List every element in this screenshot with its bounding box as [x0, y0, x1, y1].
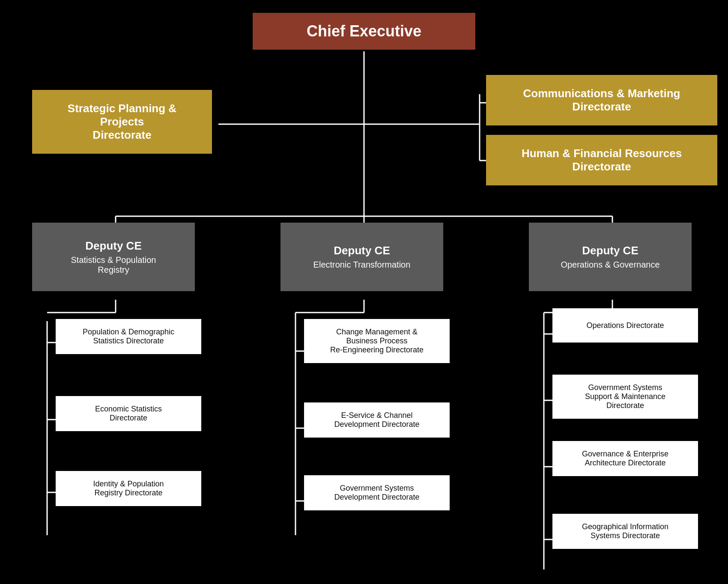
dir-change-mgmt-label: Change Management & Business Process Re-… [304, 319, 450, 363]
dir-geo-label: Geographical Information Systems Directo… [552, 514, 698, 549]
dir-gov-sys: Government Systems Support & Maintenance… [552, 375, 698, 419]
deputy-stats-subtitle: Statistics & Population Registry [71, 255, 156, 275]
deputy-og-subtitle: Operations & Governance [561, 260, 659, 270]
deputy-et-subtitle: Electronic Transformation [313, 260, 411, 270]
deputy-og-title: Deputy CE [582, 244, 638, 257]
dir-change-mgmt: Change Management & Business Process Re-… [304, 319, 450, 363]
strategic-label: Strategic Planning & Projects Directorat… [32, 90, 212, 154]
ce-title: Chief Executive [253, 13, 475, 50]
dir-eservice: E-Service & Channel Development Director… [304, 402, 450, 438]
strategic-box: Strategic Planning & Projects Directorat… [32, 90, 218, 154]
dir-gov-sys-label: Government Systems Support & Maintenance… [552, 375, 698, 419]
comm-box: Communications & Marketing Directorate [486, 75, 717, 138]
deputy-et: Deputy CE Electronic Transformation [280, 223, 443, 291]
dir-gov-dev: Government Systems Development Directora… [304, 475, 450, 510]
dir-identity-label: Identity & Population Registry Directora… [56, 471, 201, 506]
dir-identity: Identity & Population Registry Directora… [56, 471, 201, 506]
chart-container: Chief Executive Strategic Planning & Pro… [0, 0, 728, 584]
hr-box: Human & Financial Resources Directorate [486, 135, 717, 185]
deputy-stats: Deputy CE Statistics & Population Regist… [32, 223, 195, 291]
dir-eservice-label: E-Service & Channel Development Director… [304, 402, 450, 438]
deputy-og-box: Deputy CE Operations & Governance [529, 223, 696, 291]
dir-pop-demo: Population & Demographic Statistics Dire… [56, 319, 201, 354]
org-chart: Chief Executive Strategic Planning & Pro… [9, 9, 719, 574]
dir-pop-demo-label: Population & Demographic Statistics Dire… [56, 319, 201, 354]
deputy-et-title: Deputy CE [334, 244, 390, 257]
comm-label: Communications & Marketing Directorate [486, 75, 717, 125]
deputy-stats-box: Deputy CE Statistics & Population Regist… [32, 223, 199, 291]
hr-label: Human & Financial Resources Directorate [486, 135, 717, 185]
dir-econ-stats-label: Economic Statistics Directorate [56, 396, 201, 431]
dir-econ-stats: Economic Statistics Directorate [56, 396, 201, 431]
deputy-stats-title: Deputy CE [85, 239, 141, 253]
dir-gov-dev-label: Government Systems Development Directora… [304, 475, 450, 510]
dir-geo: Geographical Information Systems Directo… [552, 514, 698, 549]
dir-gov-arch-label: Governance & Enterprise Architecture Dir… [552, 441, 698, 476]
dir-ops-label: Operations Directorate [552, 308, 698, 343]
deputy-og: Deputy CE Operations & Governance [529, 223, 692, 291]
ce-box: Chief Executive [253, 13, 475, 50]
dir-ops: Operations Directorate [552, 308, 698, 343]
dir-gov-arch: Governance & Enterprise Architecture Dir… [552, 441, 698, 476]
deputy-et-box: Deputy CE Electronic Transformation [280, 223, 448, 291]
